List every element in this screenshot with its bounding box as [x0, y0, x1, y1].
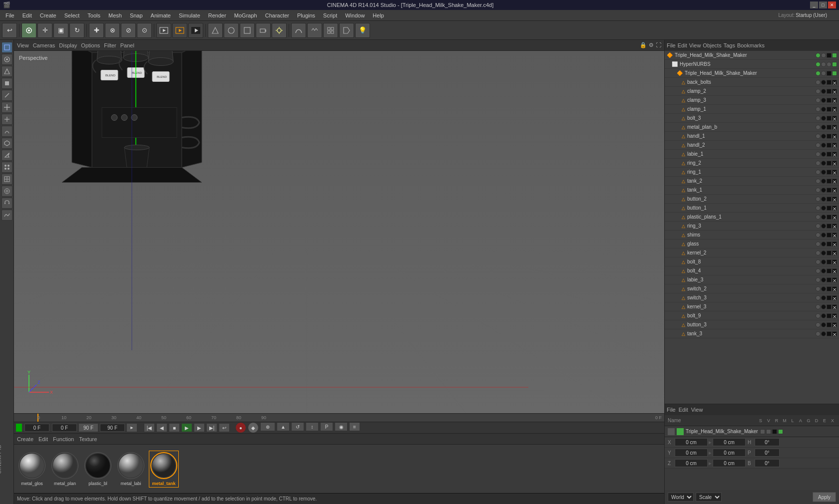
coord-y-val[interactable] — [713, 449, 746, 457]
obj-dot-visible-hn[interactable] — [816, 62, 821, 67]
tool-brush[interactable] — [1, 186, 12, 197]
menu-edit[interactable]: Edit — [19, 11, 35, 19]
play-btn[interactable]: ▶ — [181, 423, 192, 432]
tool-smooth[interactable] — [1, 210, 12, 221]
obj-row-bolt_9[interactable]: △bolt_9 ✕ — [665, 311, 839, 320]
obj-dot-1-kernel_2[interactable] — [816, 251, 821, 255]
material-item-metal-labi[interactable]: metal_labi — [116, 452, 146, 486]
obj-dot-1-tank_3[interactable] — [816, 331, 821, 336]
vp-icon-lock[interactable]: 🔒 — [640, 42, 647, 48]
obj-row-clamp_1[interactable]: △clamp_1 ✕ — [665, 105, 839, 114]
obj-dot-1-bolt_3[interactable] — [816, 116, 821, 121]
obj-row-labie_3[interactable]: △labie_3 ✕ — [665, 275, 839, 284]
coord-h-val[interactable] — [755, 438, 780, 446]
tool-magnet[interactable] — [1, 198, 12, 209]
obj-dot-2-clamp_2[interactable] — [821, 89, 826, 94]
obj-dot-1-ring_2[interactable] — [816, 161, 821, 166]
toolbar-render-small[interactable] — [156, 23, 171, 38]
material-item-plastic-bl[interactable]: plastic_bl — [83, 452, 113, 486]
coord-dot-4[interactable] — [778, 429, 783, 434]
obj-dot-1-back_bolts[interactable] — [816, 80, 821, 85]
obj-row-triple[interactable]: 🔶 Triple_Head_Milk_Shake_Maker — [665, 69, 839, 78]
go-to-start[interactable]: |◀ — [144, 423, 155, 432]
obj-dot-2-hn[interactable] — [821, 62, 826, 67]
toolbar-light[interactable] — [272, 23, 287, 38]
obj-dot-1-bolt_8[interactable] — [816, 259, 821, 264]
obj-row-labie_1[interactable]: △labie_1 ✕ — [665, 150, 839, 159]
obj-row-root[interactable]: 🔶 Triple_Head_Milk_Shake_Maker — [665, 51, 839, 60]
maximize-button[interactable]: □ — [819, 1, 827, 8]
toolbar-deform[interactable] — [307, 23, 322, 38]
obj-dot-1-clamp_2[interactable] — [816, 89, 821, 94]
obj-row-clamp_2[interactable]: △clamp_2 ✕ — [665, 87, 839, 96]
menu-file[interactable]: File — [2, 11, 18, 19]
tool-extrude[interactable] — [1, 138, 12, 149]
toolbar-light2[interactable]: 💡 — [355, 23, 370, 38]
menu-script[interactable]: Script — [320, 11, 341, 19]
obj-row-tank_3[interactable]: △tank_3 ✕ — [665, 329, 839, 338]
obj-dot-2-button_2[interactable] — [821, 197, 826, 202]
obj-menu-tags[interactable]: Tags — [724, 42, 735, 48]
obj-dot-2-handl_2[interactable] — [821, 143, 826, 148]
obj-dot-1-switch_3[interactable] — [816, 295, 821, 300]
obj-dot-1-clamp_1[interactable] — [816, 107, 821, 112]
obj-dot-1-button_2[interactable] — [816, 197, 821, 202]
obj-row-metal_plan_b[interactable]: △metal_plan_b ✕ — [665, 123, 839, 132]
obj-dot-2-button_3[interactable] — [821, 322, 826, 327]
menu-plugins[interactable]: Plugins — [294, 11, 319, 19]
obj-dot-1-handl_2[interactable] — [816, 143, 821, 148]
obj-dot-1-button_3[interactable] — [816, 322, 821, 327]
obj-dot-1-kernel_3[interactable] — [816, 304, 821, 309]
tool-subdivide[interactable] — [1, 174, 12, 185]
obj-dot-2-button_1[interactable] — [821, 206, 826, 211]
obj-dot-1-labie_1[interactable] — [816, 152, 821, 157]
obj-dot-2-labie_1[interactable] — [821, 152, 826, 157]
obj-dot-1-button_1[interactable] — [816, 206, 821, 211]
toolbar-camera[interactable] — [256, 23, 271, 38]
mat-menu-function[interactable]: Function — [53, 436, 74, 442]
obj-dot-1-metal_plan_b[interactable] — [816, 125, 821, 130]
obj-dot-1-tank_1[interactable] — [816, 188, 821, 193]
obj-dot-2-ring_1[interactable] — [821, 170, 826, 175]
obj-dot-2-bolt_9[interactable] — [821, 313, 826, 318]
tc-arrow-right[interactable]: ► — [126, 423, 137, 432]
obj-dot-2-labie_3[interactable] — [821, 277, 826, 282]
obj-dot-2-bolt_8[interactable] — [821, 259, 826, 264]
key-param[interactable]: P — [320, 422, 333, 431]
toolbar-live-select[interactable] — [21, 23, 36, 38]
obj-row-shims[interactable]: △shims ✕ — [665, 231, 839, 240]
tool-cross[interactable] — [1, 102, 12, 113]
obj-dot-1-switch_2[interactable] — [816, 286, 821, 291]
menu-window[interactable]: Window — [342, 11, 368, 19]
obj-row-button_2[interactable]: △button_2 ✕ — [665, 195, 839, 204]
obj-dot-1-ring_3[interactable] — [816, 224, 821, 229]
obj-dot-1-handl_1[interactable] — [816, 134, 821, 139]
vp-icon-settings[interactable]: ⚙ — [649, 42, 654, 48]
obj-row-kernel_2[interactable]: △kernel_2 ✕ — [665, 249, 839, 257]
obj-row-bolt_4[interactable]: △bolt_4 ✕ — [665, 266, 839, 275]
obj-menu-edit[interactable]: Edit — [678, 42, 687, 48]
obj-dot-2-switch_2[interactable] — [821, 286, 826, 291]
coord-x-val[interactable] — [713, 438, 746, 446]
key-rot[interactable]: ↺ — [291, 422, 304, 431]
obj-dot-2-switch_3[interactable] — [821, 295, 826, 300]
obj-dot-2-tank_1[interactable] — [821, 188, 826, 193]
vp-menu-filter[interactable]: Filter — [104, 42, 116, 48]
toolbar-obj1[interactable] — [208, 23, 223, 38]
apply-button[interactable]: Apply — [813, 492, 836, 502]
obj-dot-1-ring_1[interactable] — [816, 170, 821, 175]
material-item-metal-glos[interactable]: metal_glos — [17, 452, 47, 486]
tool-select-poly[interactable] — [1, 66, 12, 77]
obj-row-plastic_plans_1[interactable]: △plastic_plans_1 ✕ — [665, 213, 839, 222]
obj-row-hypernurbs[interactable]: ⬜ HyperNURBS — [665, 60, 839, 69]
toolbar-rotate[interactable]: ↻ — [69, 23, 84, 38]
mat-menu-texture[interactable]: Texture — [79, 436, 97, 442]
obj-row-clamp_3[interactable]: △clamp_3 ✕ — [665, 96, 839, 105]
obj-row-handl_2[interactable]: △handl_2 ✕ — [665, 141, 839, 150]
end-frame-input[interactable] — [100, 424, 125, 432]
tool-bend[interactable] — [1, 126, 12, 137]
obj-dot-2-clamp_1[interactable] — [821, 107, 826, 112]
toolbar-obj2[interactable] — [224, 23, 239, 38]
obj-row-button_3[interactable]: △button_3 ✕ — [665, 320, 839, 329]
obj-dot-2-shims[interactable] — [821, 233, 826, 238]
